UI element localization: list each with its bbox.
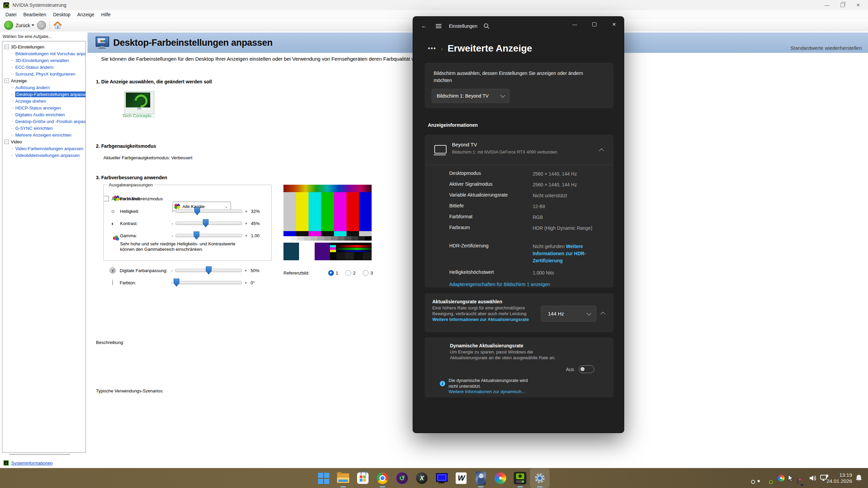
- menu-datei[interactable]: Datei: [2, 12, 20, 17]
- display-name[interactable]: Tech Concepts...: [117, 113, 161, 118]
- tray-volume-icon[interactable]: [809, 474, 817, 482]
- device-subtitle: Bildschirm 1: mit NVIDIA GeForce RTX 409…: [452, 150, 557, 155]
- forward-icon[interactable]: →: [37, 21, 46, 30]
- reference-radio-1[interactable]: [328, 270, 334, 276]
- digital-vibrance-slider[interactable]: [175, 269, 242, 272]
- tree-item-desktop-farbe-selected[interactable]: Desktop-Farbeinstellungen anpassen: [2, 91, 85, 98]
- rainbow-strip: [283, 185, 372, 192]
- tree-item-mehrere[interactable]: Mehrere Anzeigen einrichten: [2, 131, 85, 138]
- back-arrow-icon[interactable]: ←: [421, 23, 427, 29]
- tree-item-hdcp[interactable]: HDCP-Status anzeigen: [2, 104, 85, 111]
- taskbar-microsoft-store-icon[interactable]: [353, 468, 373, 488]
- back-icon[interactable]: ←: [4, 21, 13, 30]
- reference-radio-2[interactable]: [346, 270, 351, 276]
- digital-vibrance-row: V Digitale Farbanpassung: - + 50%: [103, 264, 271, 277]
- minimize-icon[interactable]: —: [819, 0, 835, 10]
- settings-maximize-icon[interactable]: [585, 17, 604, 32]
- nvidia-app-icon: [3, 2, 9, 8]
- taskbar-purple-app-icon[interactable]: ↺: [392, 468, 412, 488]
- dynamic-refresh-link[interactable]: Weitere Informationen zur dynamisch…: [449, 389, 526, 394]
- device-header[interactable]: Beyond TV Bildschirm 1: mit NVIDIA GeFor…: [425, 135, 613, 165]
- display-color-icon: [96, 37, 110, 49]
- notification-bell-icon[interactable]: [855, 474, 863, 482]
- settings-close-icon[interactable]: ✕: [604, 17, 624, 32]
- home-icon[interactable]: [53, 21, 62, 29]
- tree-group-video[interactable]: −Video: [2, 138, 85, 145]
- taskbar-chrome-icon[interactable]: [373, 468, 392, 488]
- taskbar-settings-icon[interactable]: [530, 468, 550, 488]
- taskbar: ↺ X W: [0, 468, 868, 488]
- tree-item-ecc[interactable]: ECC-Status ändern: [2, 64, 85, 70]
- display-thumbnail[interactable]: [124, 91, 154, 114]
- taskbar-file-explorer-icon[interactable]: [333, 468, 353, 488]
- menu-hilfe[interactable]: Hilfe: [98, 12, 114, 17]
- taskbar-w-app-icon[interactable]: W: [451, 468, 471, 488]
- tree-item-video-bild[interactable]: Videobildeinstellungen anpassen: [2, 152, 85, 159]
- tree-item-audio[interactable]: Digitales Audio einrichten: [2, 111, 85, 118]
- start-button[interactable]: [314, 468, 333, 488]
- display-select-dropdown[interactable]: Bildschirm 1: Beyond TV: [432, 89, 510, 103]
- taskbar-blue-screen-app-icon[interactable]: [432, 468, 451, 488]
- menu-bearbeiten[interactable]: Bearbeiten: [20, 12, 50, 17]
- slider-thumb[interactable]: [203, 219, 209, 227]
- restore-defaults-button[interactable]: Standardwerte wiederherstellen: [790, 45, 862, 51]
- tree-item-surround[interactable]: Surround, PhysX konfigurieren: [2, 70, 85, 77]
- slider-thumb[interactable]: [194, 231, 199, 240]
- taskbar-photos-icon[interactable]: [491, 468, 510, 488]
- hue-icon: [108, 280, 117, 286]
- search-icon[interactable]: [484, 23, 490, 29]
- refresh-rate-link[interactable]: Weitere Informationen zur Aktualisierung…: [432, 317, 529, 322]
- tree-item-aufloesung[interactable]: Auflösung ändern: [2, 84, 85, 91]
- tree-item-gsync[interactable]: G-SYNC einrichten: [2, 125, 85, 131]
- close-icon[interactable]: ✕: [850, 0, 866, 10]
- tree-group-3d[interactable]: −3D-Einstellungen: [2, 43, 85, 50]
- dynamic-refresh-toggle[interactable]: [579, 365, 594, 373]
- slider-thumb[interactable]: [194, 207, 200, 215]
- back-button[interactable]: ← Zurück: [4, 21, 37, 30]
- toolbar-separator: [50, 21, 50, 30]
- taskbar-x-app-icon[interactable]: X: [412, 468, 432, 488]
- nvidia-sidebar: Wählen Sie eine Aufgabe... −3D-Einstellu…: [0, 32, 88, 468]
- tree-item-groesse[interactable]: Desktop-Größe und -Position anpassen: [2, 118, 85, 125]
- brightness-icon: ☼: [109, 208, 117, 215]
- hamburger-menu-icon[interactable]: [436, 23, 441, 29]
- contrast-slider[interactable]: [176, 222, 242, 225]
- tree-item-3d-verwalten[interactable]: 3D-Einstellungen verwalten: [2, 57, 85, 64]
- refresh-rate-dropdown[interactable]: 144 Hz: [541, 306, 596, 322]
- slider-thumb[interactable]: [174, 279, 179, 287]
- gamma-slider[interactable]: [176, 234, 242, 237]
- chevron-up-icon[interactable]: [599, 148, 604, 153]
- digital-vibrance-value: 50%: [251, 268, 259, 273]
- taskbar-clock[interactable]: 13:19 24.01.2026: [827, 472, 852, 484]
- taskbar-game-icon[interactable]: [471, 468, 491, 488]
- settings-titlebar[interactable]: ← Einstellungen — ✕: [413, 17, 624, 36]
- chevron-up-icon[interactable]: [600, 312, 605, 317]
- settings-window: ← Einstellungen — ✕ ••• › Erweiterte Anz…: [413, 17, 624, 433]
- tree-item-bildeinstellungen[interactable]: Bildeinstellungen mit Vorschau anpassen: [2, 50, 85, 57]
- tray-photos-icon[interactable]: [778, 475, 785, 482]
- reference-radio-3[interactable]: [363, 270, 369, 276]
- tray-display-app-icon[interactable]: [797, 478, 798, 484]
- settings-minimize-icon[interactable]: —: [565, 17, 585, 32]
- taskbar-nvidia-app-icon[interactable]: [510, 468, 530, 488]
- tree-group-anzeige[interactable]: −Anzeige: [2, 77, 85, 84]
- nvidia-titlebar[interactable]: NVIDIA Systemsteuerung — ✕: [0, 0, 868, 10]
- tree-item-video-farbe[interactable]: Video-Farbeinstellungen anpassen: [2, 145, 85, 152]
- hue-slider[interactable]: [175, 281, 242, 284]
- adapter-properties-link[interactable]: Adaptereigenschaften für Bildschirm 1 an…: [449, 282, 613, 287]
- menu-desktop[interactable]: Desktop: [50, 12, 74, 17]
- system-info-link[interactable]: Systeminformationen: [11, 461, 53, 466]
- contrast-row: ◐ Kontrast: - + 45%: [104, 217, 271, 229]
- brightness-slider[interactable]: [176, 209, 242, 213]
- grayscale-strip: [283, 236, 372, 241]
- slider-thumb[interactable]: [206, 266, 212, 274]
- back-dropdown-caret[interactable]: [32, 24, 34, 26]
- gear-icon: [534, 472, 546, 484]
- settings-page-title: Erweiterte Anzeige: [448, 43, 532, 54]
- restore-icon[interactable]: [835, 0, 850, 10]
- breadcrumb-ellipsis[interactable]: •••: [428, 45, 436, 52]
- info-row: Desktopmodus2560 × 1440, 144 Hz: [425, 168, 613, 179]
- menu-anzeige[interactable]: Anzeige: [74, 12, 98, 17]
- tree-item-drehen[interactable]: Anzeige drehen: [2, 98, 85, 104]
- page-intro: Sie können die Farbeinstellungen für den…: [101, 56, 438, 62]
